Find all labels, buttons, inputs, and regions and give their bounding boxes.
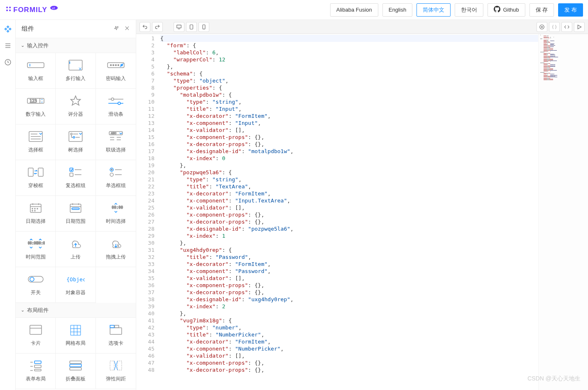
rail-outline-icon[interactable]	[4, 41, 12, 50]
code-content[interactable]: { "form": { "labelCol": 6, "wrapperCol":…	[160, 34, 538, 390]
code-line[interactable]: "x-component-props": {},	[160, 282, 538, 289]
code-line[interactable]: "x-decorator-props": {},	[160, 218, 538, 225]
code-line[interactable]: "type": "string",	[160, 98, 538, 105]
component-upload[interactable]: 上传	[56, 232, 96, 267]
code-line[interactable]: "motalpdbo1w": {	[160, 91, 538, 98]
code-line[interactable]: "vug7im8x18g": {	[160, 317, 538, 324]
component-date-range[interactable]: 日期范围	[56, 196, 96, 232]
code-line[interactable]: "x-index": 2	[160, 303, 538, 310]
code-line[interactable]: "wrapperCol": 12	[160, 56, 538, 63]
code-line[interactable]: "x-component-props": {},	[160, 359, 538, 366]
close-icon[interactable]	[124, 25, 130, 32]
component-transfer[interactable]: 穿梭框	[16, 160, 56, 196]
code-line[interactable]: },	[160, 239, 538, 246]
code-line[interactable]: "x-component": "Password",	[160, 268, 538, 275]
github-button[interactable]: Github	[488, 3, 525, 17]
component-popover[interactable]: 弹性间距	[96, 353, 136, 389]
minimap[interactable]	[538, 34, 588, 390]
code-line[interactable]: "x-index": 0	[160, 155, 538, 162]
component-tabs[interactable]: 选项卡	[96, 318, 136, 353]
component-slider[interactable]: 滑动条	[96, 89, 136, 124]
code-line[interactable]: "x-component-props": {},	[160, 211, 538, 218]
viewport-mobile-button[interactable]	[198, 22, 209, 32]
component-collapse[interactable]: 折叠面板	[56, 353, 96, 389]
rail-components-icon[interactable]	[4, 25, 12, 33]
code-line[interactable]: "title": "TextArea",	[160, 183, 538, 190]
component-time-picker[interactable]: 00:00时间选择	[96, 196, 136, 232]
lang-korean-button[interactable]: 한국어	[455, 3, 483, 17]
view-design-button[interactable]	[537, 22, 547, 32]
code-line[interactable]: "title": "NumberPicker",	[160, 331, 538, 338]
group-header[interactable]: ⌄输入控件	[16, 38, 136, 53]
code-line[interactable]: "uxg4hdy0rep": {	[160, 246, 538, 254]
publish-button[interactable]: 发 布	[558, 3, 583, 17]
code-line[interactable]: {	[160, 35, 538, 42]
component-select[interactable]: 选择框	[16, 124, 56, 160]
code-line[interactable]: "x-validator": [],	[160, 204, 538, 211]
code-line[interactable]: "x-designable-id": "uxg4hdy0rep",	[160, 296, 538, 303]
code-line[interactable]: "x-decorator": "FormItem",	[160, 261, 538, 268]
component-textarea[interactable]: 多行输入	[56, 53, 96, 89]
code-line[interactable]: "x-designable-id": "motalpdbo1w",	[160, 148, 538, 155]
component-rate[interactable]: 评分器	[56, 89, 96, 124]
viewport-tablet-button[interactable]	[186, 22, 197, 32]
lang-zhcn-button[interactable]: 简体中文	[416, 3, 451, 17]
code-line[interactable]: },	[160, 310, 538, 317]
code-line[interactable]: "x-decorator-props": {},	[160, 141, 538, 148]
redo-button[interactable]	[152, 22, 163, 32]
code-line[interactable]: "x-validator": [],	[160, 275, 538, 282]
view-preview-button[interactable]	[574, 22, 585, 32]
code-line[interactable]: "x-decorator": "FormItem",	[160, 190, 538, 197]
component-radio-group[interactable]: 单选框组	[96, 160, 136, 196]
viewport-desktop-button[interactable]	[174, 22, 184, 32]
code-line[interactable]: },	[160, 63, 538, 70]
view-code-button[interactable]	[561, 22, 572, 32]
component-cascader[interactable]: A/B/C联级选择	[96, 124, 136, 160]
component-dragger-upload[interactable]: 拖拽上传	[96, 232, 136, 267]
component-object[interactable]: {Object}对象容器	[56, 267, 96, 303]
code-line[interactable]: "x-decorator": "FormItem",	[160, 112, 538, 119]
code-line[interactable]: "properties": {	[160, 84, 538, 91]
save-button[interactable]: 保 存	[529, 3, 554, 17]
code-line[interactable]: "schema": {	[160, 70, 538, 77]
code-line[interactable]: "pozpwqe5la6": {	[160, 169, 538, 176]
component-date-picker[interactable]: 日期选择	[16, 196, 56, 232]
logo[interactable]: FORMILY v2	[5, 5, 59, 15]
code-line[interactable]: "labelCol": 6,	[160, 49, 538, 56]
code-line[interactable]: "x-index": 1	[160, 232, 538, 239]
code-line[interactable]: "x-component": "NumberPicker",	[160, 345, 538, 352]
component-switch[interactable]: 开关	[16, 267, 56, 303]
code-line[interactable]: "x-validator": [],	[160, 352, 538, 359]
component-input[interactable]: 输入框	[16, 53, 56, 89]
code-line[interactable]: "type": "number",	[160, 324, 538, 331]
component-checkbox-group[interactable]: 复选框组	[56, 160, 96, 196]
rail-history-icon[interactable]	[4, 58, 12, 66]
group-header[interactable]: ⌄布局组件	[16, 303, 136, 318]
component-password[interactable]: 密码输入	[96, 53, 136, 89]
code-line[interactable]: "x-validator": [],	[160, 127, 538, 134]
code-line[interactable]: "title": "Password",	[160, 254, 538, 261]
component-number[interactable]: 123数字输入	[16, 89, 56, 124]
lang-english-button[interactable]: English	[382, 3, 413, 17]
code-line[interactable]: "x-designable-id": "pozpwqe5la6",	[160, 225, 538, 232]
pin-icon[interactable]	[113, 25, 119, 32]
component-card[interactable]: 卡片	[16, 318, 56, 353]
code-line[interactable]: "x-decorator-props": {},	[160, 289, 538, 296]
component-time-range[interactable]: 00:0000:00时间范围	[16, 232, 56, 267]
code-line[interactable]: "x-decorator": "FormItem",	[160, 338, 538, 345]
code-line[interactable]: "type": "string",	[160, 176, 538, 183]
code-editor[interactable]: 1234567891011121314151617181920212223242…	[136, 34, 588, 390]
code-line[interactable]: "x-component": "Input",	[160, 119, 538, 127]
code-line[interactable]: "x-component-props": {},	[160, 134, 538, 141]
component-grid-layout[interactable]: 网格布局	[56, 318, 96, 353]
code-line[interactable]: "type": "object",	[160, 77, 538, 84]
view-json-button[interactable]	[549, 22, 560, 32]
component-form-layout[interactable]: 表单布局	[16, 353, 56, 389]
undo-button[interactable]	[140, 22, 150, 32]
code-line[interactable]: "title": "Input",	[160, 105, 538, 112]
code-line[interactable]: "x-decorator-props": {},	[160, 366, 538, 373]
code-line[interactable]: "form": {	[160, 42, 538, 49]
code-line[interactable]: },	[160, 162, 538, 169]
component-tree-select[interactable]: 树选择	[56, 124, 96, 160]
fusion-button[interactable]: Alibaba Fusion	[330, 3, 378, 17]
